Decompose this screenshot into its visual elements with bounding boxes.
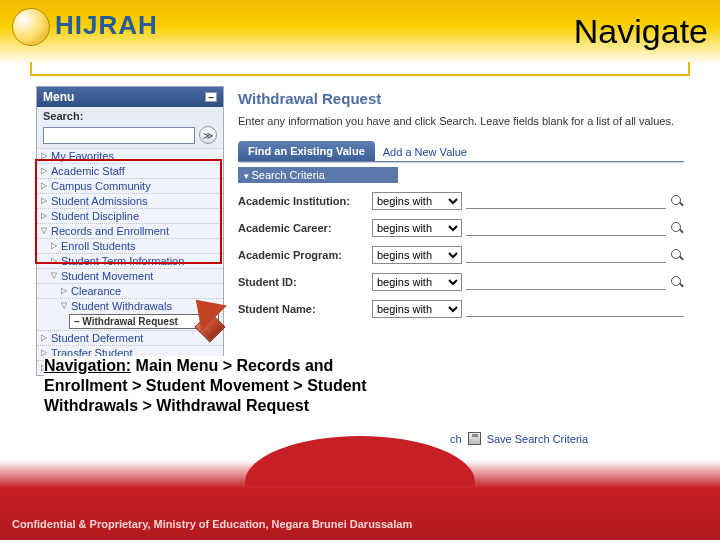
tab-underline — [238, 161, 684, 163]
operator-select[interactable]: begins with — [372, 273, 462, 291]
nav-item[interactable]: Student Discipline — [37, 208, 223, 223]
operator-select[interactable]: begins with — [372, 219, 462, 237]
field-label: Student ID: — [238, 276, 368, 288]
nav-item[interactable]: Campus Community — [37, 178, 223, 193]
nav-search-label: Search: — [43, 110, 83, 122]
navigation-path-text: Navigation: Main Menu > Records and Enro… — [44, 356, 374, 416]
footer-curve — [245, 436, 475, 486]
operator-select[interactable]: begins with — [372, 300, 462, 318]
field-label: Academic Career: — [238, 222, 368, 234]
value-input[interactable] — [466, 247, 666, 263]
search-criteria-header[interactable]: Search Criteria — [238, 167, 398, 183]
tab-add-new[interactable]: Add a New Value — [383, 146, 467, 161]
save-search-row: ch Save Search Criteria — [450, 432, 588, 445]
field-label: Student Name: — [238, 303, 368, 315]
nav-search-row: Search: — [37, 107, 223, 126]
nav-item[interactable]: Student Admissions — [37, 193, 223, 208]
value-input[interactable] — [466, 301, 684, 317]
content-area: Withdrawal Request Enter any information… — [224, 86, 684, 376]
search-field-row: Student ID:begins with — [238, 273, 684, 291]
tab-strip: Find an Existing Value Add a New Value — [238, 141, 684, 161]
field-label: Academic Program: — [238, 249, 368, 261]
value-input[interactable] — [466, 220, 666, 236]
nav-search-input[interactable] — [43, 127, 195, 144]
value-input[interactable] — [466, 193, 666, 209]
lookup-icon[interactable] — [670, 221, 684, 235]
search-field-row: Academic Career:begins with — [238, 219, 684, 237]
nav-menu-title: Menu — [43, 90, 74, 104]
nav-item[interactable]: Academic Staff — [37, 163, 223, 178]
footer-text: Confidential & Proprietary, Ministry of … — [12, 518, 412, 530]
slide-title: Navigate — [574, 12, 708, 51]
navigation-prefix: Navigation: — [44, 357, 131, 374]
minimize-icon[interactable]: – — [205, 92, 217, 102]
save-search-link[interactable]: Save Search Criteria — [487, 433, 589, 445]
value-input[interactable] — [466, 274, 666, 290]
logo-text: HIJRAH — [55, 10, 158, 41]
nav-item[interactable]: Enroll Students — [37, 238, 223, 253]
search-field-row: Student Name:begins with — [238, 300, 684, 318]
search-suffix-text: ch — [450, 433, 462, 445]
lookup-icon[interactable] — [670, 275, 684, 289]
search-field-row: Academic Program:begins with — [238, 246, 684, 264]
logo-crest-icon — [12, 8, 50, 46]
nav-item[interactable]: Student Movement — [37, 268, 223, 283]
field-label: Academic Institution: — [238, 195, 368, 207]
lookup-icon[interactable] — [670, 248, 684, 262]
slide-footer: Confidential & Proprietary, Ministry of … — [0, 460, 720, 540]
nav-item[interactable]: Records and Enrollment — [37, 223, 223, 238]
save-disk-icon[interactable] — [468, 432, 481, 445]
nav-search-input-row: ≫ — [37, 126, 223, 148]
application-screenshot: Menu – Search: ≫ My FavoritesAcademic St… — [36, 86, 684, 376]
slide-header: HIJRAH Navigate — [0, 0, 720, 65]
instruction-text: Enter any information you have and click… — [238, 115, 684, 127]
lookup-icon[interactable] — [670, 194, 684, 208]
search-go-icon[interactable]: ≫ — [199, 126, 217, 144]
nav-menu-titlebar: Menu – — [37, 87, 223, 107]
decorative-bracket — [30, 62, 690, 80]
tab-find-existing[interactable]: Find an Existing Value — [238, 141, 375, 161]
search-field-row: Academic Institution:begins with — [238, 192, 684, 210]
callout-arrow-icon — [187, 296, 227, 336]
operator-select[interactable]: begins with — [372, 246, 462, 264]
page-title: Withdrawal Request — [238, 90, 684, 107]
nav-item[interactable]: Student Term Information — [37, 253, 223, 268]
operator-select[interactable]: begins with — [372, 192, 462, 210]
nav-item[interactable]: My Favorites — [37, 148, 223, 163]
